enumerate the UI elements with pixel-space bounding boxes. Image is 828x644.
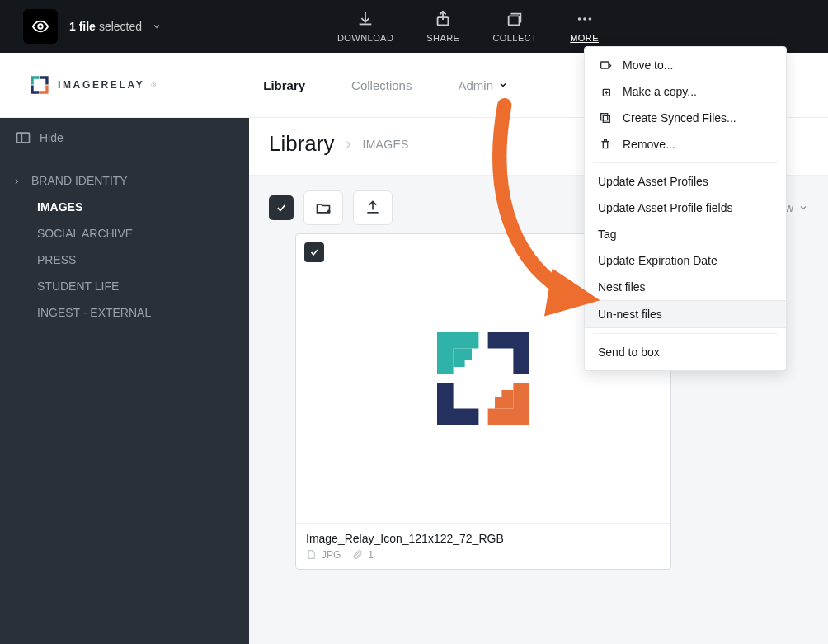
nav-library[interactable]: Library [263, 78, 305, 92]
menu-move-to-label: Move to... [623, 59, 673, 72]
select-all-checkbox[interactable] [269, 195, 294, 220]
sidebar-toggle-icon [15, 129, 31, 146]
sidebar-item-social-archive[interactable]: SOCIAL ARCHIVE [15, 220, 249, 247]
sidebar: Hide BRAND IDENTITY IMAGES SOCIAL ARCHIV… [0, 118, 249, 644]
svg-rect-10 [601, 62, 609, 68]
brand-logo[interactable]: IMAGERELAY ® [28, 73, 156, 96]
breadcrumb-root[interactable]: Library [269, 131, 334, 157]
main-nav: Library Collections Admin [263, 78, 508, 92]
menu-update-fields[interactable]: Update Asset Profile fields [585, 195, 786, 221]
share-action[interactable]: SHARE [426, 10, 459, 43]
preview-eye-button[interactable] [23, 9, 58, 44]
sidebar-item-images[interactable]: IMAGES [15, 194, 249, 220]
sidebar-item-press[interactable]: PRESS [15, 247, 249, 273]
menu-tag[interactable]: Tag [585, 221, 786, 247]
asset-attach-count: 1 [368, 549, 374, 561]
menu-remove[interactable]: Remove... [585, 131, 786, 157]
selection-text[interactable]: 1 file selected [69, 20, 162, 33]
svg-rect-15 [603, 115, 609, 122]
folder-plus-icon [314, 200, 332, 216]
selection-bar: 1 file selected DOWNLOAD SHARE COLLECT [0, 0, 828, 53]
asset-meta: JPG 1 [296, 545, 670, 569]
download-label: DOWNLOAD [337, 33, 393, 43]
menu-move-to[interactable]: Move to... [585, 52, 786, 78]
sidebar-hide[interactable]: Hide [0, 118, 249, 157]
more-icon [575, 10, 595, 28]
menu-nest-files[interactable]: Nest files [585, 274, 786, 300]
upload-button[interactable] [353, 190, 393, 225]
file-icon [306, 548, 317, 561]
new-folder-button[interactable] [303, 190, 343, 225]
share-label: SHARE [426, 33, 459, 43]
sidebar-hide-label: Hide [40, 131, 64, 144]
eye-icon [31, 17, 49, 35]
menu-unnest-files[interactable]: Un-nest files [585, 300, 786, 328]
nav-collections[interactable]: Collections [351, 78, 412, 92]
menu-send-to-box[interactable]: Send to box [585, 339, 786, 365]
copy-icon [598, 85, 613, 98]
selection-count: 1 file [69, 20, 96, 33]
selection-actions: DOWNLOAD SHARE COLLECT MORE [337, 10, 805, 43]
svg-rect-14 [601, 114, 608, 120]
chevron-down-icon [152, 21, 162, 31]
collect-label: COLLECT [492, 33, 537, 43]
menu-remove-label: Remove... [623, 138, 675, 151]
asset-attach: 1 [352, 548, 374, 561]
svg-point-0 [38, 24, 43, 29]
share-icon [434, 10, 452, 28]
brand-registered: ® [151, 82, 156, 89]
nav-admin[interactable]: Admin [458, 78, 508, 92]
collect-action[interactable]: COLLECT [492, 10, 537, 43]
nav-admin-label: Admin [458, 78, 493, 92]
brand-name: IMAGERELAY [58, 79, 144, 91]
more-label: MORE [570, 33, 599, 43]
svg-point-5 [588, 17, 591, 21]
synced-icon [598, 111, 613, 125]
menu-update-profiles[interactable]: Update Asset Profiles [585, 168, 786, 195]
upload-icon [365, 200, 381, 216]
asset-checkbox[interactable] [304, 242, 324, 262]
sidebar-item-student-life[interactable]: STUDENT LIFE [15, 273, 249, 299]
breadcrumb-current: IMAGES [362, 138, 408, 151]
paperclip-icon [352, 548, 363, 561]
svg-point-4 [583, 17, 586, 21]
asset-format: JPG [306, 548, 341, 561]
trash-icon [598, 138, 613, 151]
sidebar-list: BRAND IDENTITY IMAGES SOCIAL ARCHIVE PRE… [0, 157, 249, 326]
menu-make-copy[interactable]: Make a copy... [585, 78, 786, 105]
sidebar-item-brand-identity[interactable]: BRAND IDENTITY [15, 167, 249, 194]
asset-format-label: JPG [322, 549, 341, 561]
more-dropdown-menu: Move to... Make a copy... Create Synced … [584, 46, 787, 371]
svg-point-3 [577, 17, 581, 21]
chevron-down-icon [498, 80, 508, 90]
breadcrumb-separator-icon: › [346, 135, 350, 153]
menu-update-expiration[interactable]: Update Expiration Date [585, 247, 786, 274]
menu-make-copy-label: Make a copy... [623, 85, 697, 98]
collect-icon [506, 10, 524, 28]
menu-separator [593, 162, 778, 163]
selection-label: selected [99, 20, 142, 33]
sidebar-item-ingest-external[interactable]: INGEST - EXTERNAL [15, 299, 249, 326]
svg-rect-6 [17, 133, 30, 143]
download-action[interactable]: DOWNLOAD [337, 10, 393, 43]
menu-create-synced-label: Create Synced Files... [623, 111, 736, 125]
move-icon [598, 59, 613, 72]
asset-filename: Image_Relay_Icon_121x122_72_RGB [296, 523, 670, 545]
menu-separator [593, 333, 778, 334]
logo-mark-icon [28, 73, 51, 96]
download-icon [356, 10, 374, 28]
more-action[interactable]: MORE [570, 10, 599, 43]
menu-create-synced[interactable]: Create Synced Files... [585, 105, 786, 131]
svg-rect-2 [509, 16, 520, 25]
